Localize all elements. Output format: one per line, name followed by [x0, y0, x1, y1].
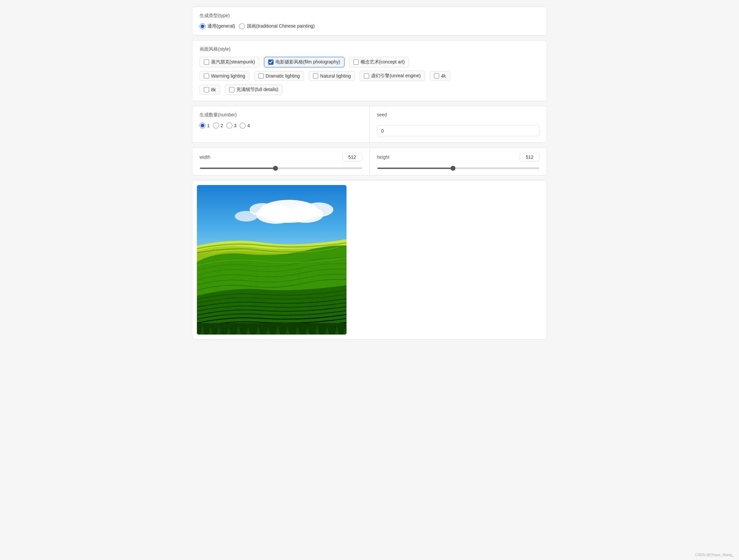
- checkbox-fulldetails[interactable]: [229, 87, 235, 92]
- label-8k: 8k: [211, 87, 216, 92]
- type-option-general[interactable]: 通用(general): [199, 23, 235, 29]
- width-header: width 512: [199, 153, 362, 161]
- width-col: width 512: [192, 148, 370, 175]
- dimension-section: width 512 height 512: [192, 147, 547, 176]
- label-film: 电影摄影风格(film photography): [276, 59, 340, 65]
- style-steampunk[interactable]: 蒸汽朋克(steampunk): [199, 57, 259, 67]
- number-option-1[interactable]: 1: [199, 123, 210, 129]
- style-natural[interactable]: Natural lighting: [309, 71, 355, 81]
- number-option-3[interactable]: 3: [227, 123, 237, 129]
- style-dramatic[interactable]: Dramatic lighting: [254, 71, 304, 81]
- width-label: width: [199, 155, 210, 160]
- seed-input[interactable]: [377, 125, 540, 136]
- style-section: 画面风格(style) 蒸汽朋克(steampunk) 电影摄影风格(film …: [192, 40, 547, 101]
- label-unreal: 虚幻引擎(unreal engine): [371, 73, 421, 79]
- seed-label: seed: [377, 112, 540, 117]
- checkbox-film[interactable]: [268, 59, 274, 65]
- label-dramatic: Dramatic lighting: [266, 73, 300, 78]
- label-warming: Warming lighting: [211, 73, 245, 78]
- label-concept: 概念艺术(concept art): [360, 59, 405, 65]
- number-seed-section: 生成数量(number) 1 2 3 4: [192, 106, 547, 143]
- seed-col: seed: [370, 106, 547, 142]
- width-slider[interactable]: [199, 168, 362, 169]
- style-concept[interactable]: 概念艺术(concept art): [349, 57, 409, 67]
- type-label: 生成类型(type): [199, 13, 540, 19]
- style-fulldetails[interactable]: 充满细节(full details): [225, 84, 283, 95]
- checkbox-dramatic[interactable]: [258, 73, 264, 78]
- number-radio-1[interactable]: [199, 123, 205, 129]
- style-unreal[interactable]: 虚幻引擎(unreal engine): [359, 71, 425, 81]
- label-4k: 4k: [441, 73, 446, 78]
- number-option-2[interactable]: 2: [213, 123, 223, 129]
- type-section: 生成类型(type) 通用(general) 国画(traditional Ch…: [192, 7, 547, 35]
- number-label-1: 1: [207, 123, 210, 128]
- label-fulldetails: 充满细节(full details): [236, 87, 278, 93]
- style-row1: 蒸汽朋克(steampunk) 电影摄影风格(film photography)…: [199, 57, 540, 67]
- style-label: 画面风格(style): [199, 46, 540, 52]
- number-radio-group: 1 2 3 4: [199, 123, 362, 129]
- checkbox-4k[interactable]: [434, 73, 439, 78]
- height-slider[interactable]: [377, 168, 540, 169]
- label-steampunk: 蒸汽朋克(steampunk): [211, 59, 255, 65]
- number-radio-2[interactable]: [213, 123, 219, 129]
- generated-image: [197, 185, 346, 335]
- checkbox-steampunk[interactable]: [204, 59, 209, 65]
- svg-point-4: [304, 202, 333, 217]
- style-warming[interactable]: Warming lighting: [199, 71, 250, 81]
- style-8k[interactable]: 8k: [199, 85, 220, 95]
- number-option-4[interactable]: 4: [240, 123, 250, 129]
- svg-point-6: [235, 211, 258, 221]
- checkbox-natural[interactable]: [313, 73, 318, 78]
- style-4k[interactable]: 4k: [430, 71, 450, 81]
- height-value: 512: [520, 153, 540, 161]
- number-label: 生成数量(number): [199, 112, 362, 118]
- number-label-4: 4: [247, 123, 250, 128]
- number-col: 生成数量(number) 1 2 3 4: [192, 106, 370, 142]
- type-option-traditional[interactable]: 国画(traditional Chinese painting): [239, 23, 315, 29]
- width-value: 512: [342, 153, 362, 161]
- checkbox-8k[interactable]: [204, 87, 209, 92]
- image-container: [192, 180, 547, 340]
- checkbox-warming[interactable]: [204, 73, 209, 78]
- style-row2: Warming lighting Dramatic lighting Natur…: [199, 71, 540, 81]
- number-radio-4[interactable]: [240, 123, 246, 129]
- type-label-general: 通用(general): [207, 23, 235, 29]
- landscape-svg: [197, 185, 346, 335]
- type-radio-group: 通用(general) 国画(traditional Chinese paint…: [199, 23, 540, 29]
- number-radio-3[interactable]: [227, 123, 233, 129]
- height-label: height: [377, 155, 390, 160]
- number-label-2: 2: [220, 123, 223, 128]
- height-header: height 512: [377, 153, 540, 161]
- style-film[interactable]: 电影摄影风格(film photography): [264, 57, 344, 67]
- number-label-3: 3: [234, 123, 237, 128]
- label-natural: Natural lighting: [320, 73, 351, 78]
- type-label-traditional: 国画(traditional Chinese painting): [247, 23, 315, 29]
- checkbox-concept[interactable]: [353, 59, 359, 65]
- type-radio-general[interactable]: [199, 23, 205, 29]
- style-row3: 8k 充满细节(full details): [199, 84, 540, 95]
- checkbox-unreal[interactable]: [364, 73, 369, 78]
- height-col: height 512: [370, 148, 547, 175]
- type-radio-traditional[interactable]: [239, 23, 245, 29]
